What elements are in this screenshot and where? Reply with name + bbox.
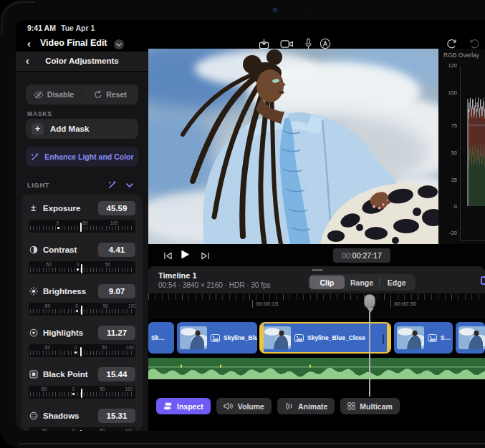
inspect-button[interactable]: Inspect bbox=[156, 398, 211, 414]
status-bar: 9:41 AM Tue Apr 1 bbox=[16, 20, 485, 34]
light-collapse-chevron-down-icon[interactable] bbox=[126, 183, 133, 188]
photo-icon bbox=[294, 334, 304, 342]
front-camera bbox=[273, 8, 277, 12]
clip-s[interactable]: S… bbox=[394, 322, 453, 354]
rgb-overlay-scope: RGB Overlay 1201007550250-20 bbox=[438, 49, 485, 247]
slider-ruler[interactable]: -50050100 bbox=[29, 344, 135, 357]
slider-label: Highlights bbox=[43, 328, 93, 337]
mode-edge[interactable]: Edge bbox=[379, 276, 414, 289]
ruler-timecode-label: 00:00:30 bbox=[390, 300, 416, 308]
scope-waveform bbox=[438, 49, 485, 247]
contrast-icon bbox=[29, 245, 38, 254]
clip-name: Skyline_Blue_Wide bbox=[224, 334, 257, 341]
reset-button[interactable]: Reset bbox=[82, 84, 138, 104]
multicam-button[interactable]: Multicam bbox=[340, 398, 400, 414]
light-magic-wand-icon[interactable] bbox=[107, 180, 117, 190]
slider-value[interactable]: 11.27 bbox=[98, 326, 135, 340]
timecode-display: 00:00:27:17 bbox=[333, 248, 390, 263]
slider-highlights[interactable]: Highlights11.27-50050100 bbox=[29, 325, 135, 366]
highlights-icon bbox=[29, 328, 38, 337]
project-title[interactable]: Video Final Edit bbox=[40, 38, 107, 48]
video-frame-image bbox=[148, 49, 438, 244]
timeline-toolbar: InspectVolumeAnimateMulticam bbox=[156, 398, 400, 414]
back-chevron-icon[interactable]: ‹ bbox=[27, 37, 31, 49]
volume-button[interactable]: Volume bbox=[216, 398, 272, 414]
black-point-icon bbox=[29, 370, 38, 379]
slider-label: Brightness bbox=[43, 287, 93, 296]
brightness-icon bbox=[29, 287, 38, 296]
photo-icon bbox=[211, 334, 220, 342]
slider-value[interactable]: 15.44 bbox=[98, 367, 135, 381]
volume-icon bbox=[224, 402, 234, 410]
timeline-overview-icon[interactable] bbox=[481, 276, 485, 285]
mode-range[interactable]: Range bbox=[345, 276, 380, 289]
playhead-handle[interactable] bbox=[364, 294, 375, 308]
multicam-icon bbox=[347, 402, 355, 410]
skip-back-icon[interactable] bbox=[161, 250, 174, 261]
clip-skyline-blue-wide[interactable]: Skyline_Blue_Wide bbox=[177, 322, 257, 354]
light-section-label: LIGHT bbox=[27, 182, 49, 189]
mode-clip[interactable]: Clip bbox=[309, 276, 345, 289]
edit-mode-segmented-control: ClipRangeEdge bbox=[308, 274, 416, 291]
clip-thumbnail bbox=[264, 326, 291, 349]
inspector-title: Color Adjustments bbox=[16, 57, 148, 65]
play-icon[interactable] bbox=[178, 248, 191, 260]
timeline-drag-handle[interactable] bbox=[312, 269, 323, 271]
slider-ruler[interactable]: 050100 bbox=[29, 220, 135, 233]
slider-label: Contrast bbox=[43, 245, 93, 254]
slider-brightness[interactable]: Brightness9.07-50050100 bbox=[29, 283, 135, 325]
skip-forward-icon[interactable] bbox=[198, 250, 211, 261]
slider-value[interactable]: 15.31 bbox=[98, 409, 135, 423]
bezel-sensor-dot bbox=[305, 9, 307, 11]
slider-default-dot bbox=[76, 310, 78, 312]
tool-label: Multicam bbox=[360, 402, 393, 411]
slider-value[interactable]: 9.07 bbox=[98, 284, 135, 298]
screen: 9:41 AM Tue Apr 1 ‹ Video Final Edit bbox=[16, 20, 485, 431]
status-date: Tue Apr 1 bbox=[61, 24, 95, 32]
slider-value[interactable]: 45.59 bbox=[98, 201, 135, 215]
timeline-ruler[interactable]: 00:00:1500:00:30 bbox=[148, 293, 485, 319]
clip-skyline-blue-close[interactable]: Skyline_Blue_Close bbox=[259, 322, 391, 354]
slider-contrast[interactable]: Contrast4.41-50050 bbox=[29, 242, 135, 283]
reset-icon bbox=[94, 90, 102, 99]
video-preview[interactable] bbox=[148, 49, 438, 244]
slider-black-point[interactable]: Black Point15.44-50050100 bbox=[29, 366, 135, 408]
slider-cursor[interactable] bbox=[81, 264, 82, 273]
slider-shadows[interactable]: Shadows15.31-50050100 bbox=[29, 408, 135, 431]
slider-cursor[interactable] bbox=[81, 306, 82, 315]
magic-wand-icon bbox=[30, 152, 39, 162]
clip-partial[interactable] bbox=[456, 322, 485, 354]
inspect-icon bbox=[163, 402, 173, 410]
slider-ruler[interactable]: -50050100 bbox=[29, 427, 135, 431]
enhance-light-color-button[interactable]: Enhance Light and Color bbox=[26, 147, 138, 167]
timeline-meta: 00:54 · 3840 × 2160 · HDR · 30 fps bbox=[158, 281, 270, 289]
slider-cursor[interactable] bbox=[80, 223, 82, 232]
animate-button[interactable]: Animate bbox=[277, 398, 335, 414]
slider-ruler[interactable]: -50050 bbox=[29, 261, 135, 274]
slider-cursor[interactable] bbox=[81, 389, 82, 398]
add-mask-button[interactable]: + Add Mask bbox=[26, 119, 138, 139]
slider-ruler[interactable]: -50050100 bbox=[29, 386, 135, 399]
slider-cursor[interactable] bbox=[80, 347, 82, 356]
timeline-panel: Timeline 1 00:54 · 3840 × 2160 · HDR · 3… bbox=[148, 266, 485, 431]
clip-sk[interactable]: Sk… bbox=[148, 322, 174, 354]
slider-ruler[interactable]: -50050100 bbox=[29, 303, 135, 316]
ruler-ticks bbox=[148, 294, 485, 300]
ipad-device: 9:41 AM Tue Apr 1 ‹ Video Final Edit bbox=[0, 0, 485, 448]
slider-exposure[interactable]: ±Exposure45.59050100 bbox=[29, 200, 135, 242]
title-menu-chevron-down-icon[interactable] bbox=[114, 39, 124, 49]
audio-track[interactable] bbox=[148, 358, 485, 379]
clip-name: S… bbox=[441, 334, 451, 341]
exposure-icon: ± bbox=[29, 204, 38, 213]
timeline-name: Timeline 1 bbox=[158, 271, 197, 280]
audio-waveform bbox=[148, 358, 485, 379]
transport-bar: 00:00:27:17 bbox=[148, 244, 485, 266]
plus-icon: + bbox=[32, 123, 44, 135]
tool-label: Inspect bbox=[177, 402, 203, 411]
color-adjustments-panel: ‹ Color Adjustments Disable Reset MASKS bbox=[16, 52, 148, 431]
clip-thumbnail bbox=[458, 326, 485, 349]
light-section-header[interactable]: LIGHT bbox=[16, 179, 148, 192]
slider-value[interactable]: 4.41 bbox=[98, 243, 135, 257]
slider-cursor[interactable] bbox=[80, 430, 82, 431]
disable-button[interactable]: Disable bbox=[26, 84, 82, 104]
